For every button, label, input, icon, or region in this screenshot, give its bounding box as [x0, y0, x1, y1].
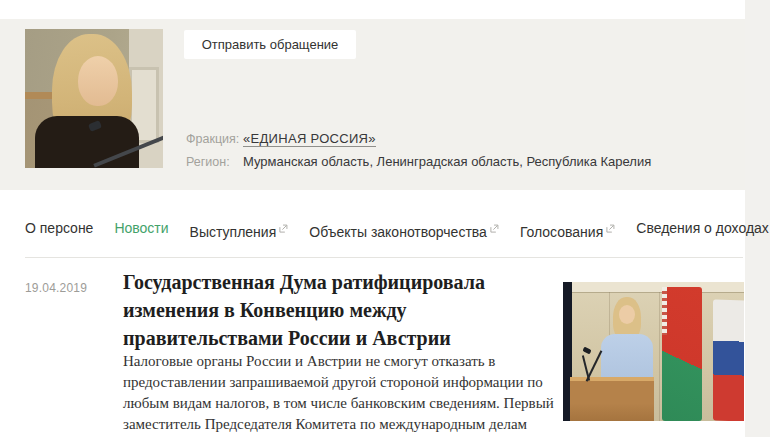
- tab-lawmaking-objects-label: Объекты законотворчества: [309, 224, 487, 240]
- region-row: Регион: Мурманская область, Ленинградска…: [186, 154, 651, 169]
- thumb-microphone-head: [582, 346, 591, 354]
- deputy-meta: Фракция: «ЕДИНАЯ РОССИЯ» Регион: Мурманс…: [186, 131, 651, 176]
- thumb-wall-seam: [659, 292, 660, 421]
- deputy-portrait-photo: [25, 29, 163, 168]
- belarus-flag-ornament: [662, 287, 667, 335]
- section-divider: [25, 257, 743, 258]
- tab-news[interactable]: Новости: [114, 220, 168, 236]
- faction-row: Фракция: «ЕДИНАЯ РОССИЯ»: [186, 131, 651, 147]
- tab-speeches-label: Выступления: [190, 224, 277, 240]
- article-thumbnail-photo[interactable]: [563, 282, 744, 421]
- thumb-ceiling: [563, 282, 744, 293]
- tab-votings[interactable]: Голосования: [520, 220, 615, 240]
- tab-speeches[interactable]: Выступления: [190, 220, 289, 240]
- external-link-icon: [490, 220, 499, 236]
- tab-about[interactable]: О персоне: [25, 220, 93, 236]
- send-appeal-button[interactable]: Отправить обращение: [184, 30, 356, 59]
- thumb-podium: [570, 377, 654, 421]
- right-gutter: [745, 0, 770, 437]
- article-body-text: Налоговые органы России и Австрии не смо…: [123, 351, 555, 437]
- external-link-icon: [606, 220, 615, 236]
- faction-label: Фракция:: [186, 132, 243, 146]
- thumb-speaker-face: [619, 305, 635, 324]
- region-value: Мурманская область, Ленинградская област…: [243, 154, 651, 169]
- photo-blouse: [35, 116, 139, 168]
- region-label: Регион:: [186, 155, 243, 169]
- article-title[interactable]: Государственная Дума ратифицировала изме…: [123, 268, 553, 352]
- article-date: 19.04.2019: [25, 281, 87, 295]
- belarus-flag: [662, 287, 702, 421]
- tab-lawmaking-objects[interactable]: Объекты законотворчества: [309, 220, 499, 240]
- external-link-icon: [279, 220, 288, 236]
- tab-votings-label: Голосования: [520, 224, 603, 240]
- russia-flag: [713, 299, 744, 421]
- profile-tabs: О персоне Новости Выступления Объекты за…: [25, 220, 769, 240]
- photo-face: [78, 56, 118, 106]
- faction-link[interactable]: «ЕДИНАЯ РОССИЯ»: [243, 131, 376, 147]
- tab-income-info[interactable]: Сведения о доходах: [636, 220, 769, 236]
